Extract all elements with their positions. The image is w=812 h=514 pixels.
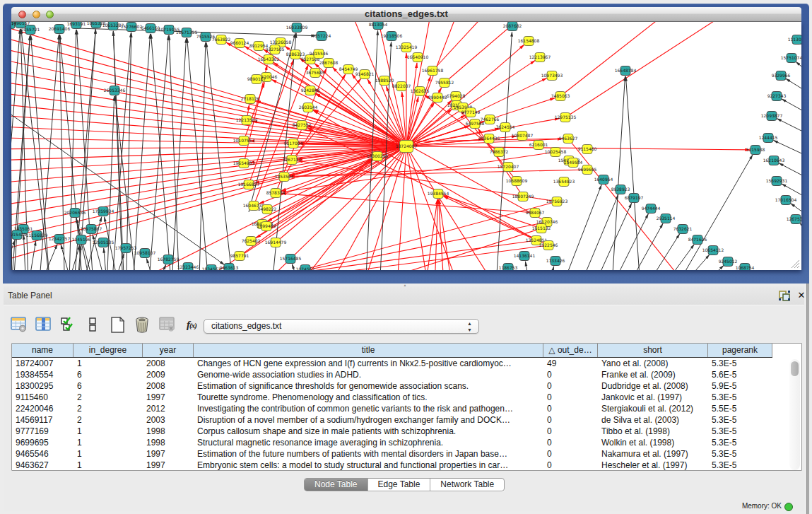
graph-node[interactable]: 10654112: [702, 246, 724, 255]
graph-node[interactable]: 9242848: [301, 86, 320, 95]
graph-node[interactable]: 9245012: [719, 257, 738, 267]
graph-node[interactable]: 9227343: [767, 92, 787, 101]
graph-node[interactable]: 10975867: [81, 225, 102, 234]
graph-node[interactable]: 6216001: [529, 141, 548, 150]
show-column-icon[interactable]: [35, 316, 52, 333]
graph-node[interactable]: 1615132: [532, 224, 551, 233]
graph-node[interactable]: 1834567: [202, 265, 221, 271]
graph-node[interactable]: 8938923: [611, 185, 630, 194]
graph-node[interactable]: 15692931: [766, 177, 788, 186]
table-row[interactable]: 946362711997Embryonic stem cells: a mode…: [12, 460, 801, 471]
graph-node[interactable]: 1588520: [375, 76, 394, 86]
graph-node[interactable]: 1640954: [594, 175, 613, 185]
table-row[interactable]: 1456911722003Disruption of a novel membe…: [12, 414, 801, 426]
graph-node[interactable]: 9329966: [772, 71, 791, 81]
table-mode-icon[interactable]: [10, 316, 27, 333]
select-mode-icon[interactable]: [59, 316, 76, 333]
graph-node[interactable]: 2935114: [657, 214, 676, 223]
graph-node[interactable]: 14136141: [514, 252, 536, 261]
network-canvas[interactable]: 4055721149055720557212069140616931911065…: [11, 22, 801, 270]
resize-grip-icon[interactable]: [790, 259, 799, 268]
tab-edge-table[interactable]: Edge Table: [368, 479, 431, 491]
graph-node[interactable]: 8813054: [369, 22, 388, 30]
table-row[interactable]: 2242004622012Investigating the contribut…: [12, 403, 801, 414]
graph-node[interactable]: 9115460: [578, 145, 597, 154]
graph-node[interactable]: 16782759: [158, 255, 180, 264]
graph-node[interactable]: 1353504: [275, 173, 294, 182]
graph-node[interactable]: 7986372: [490, 148, 509, 157]
delete-column-icon[interactable]: [134, 316, 151, 333]
graph-node[interactable]: 8990448: [428, 93, 447, 103]
graph-node[interactable]: 1145196: [72, 235, 91, 245]
column-header-title[interactable]: title: [194, 344, 543, 357]
graph-node[interactable]: 6879197: [625, 194, 644, 203]
graph-node[interactable]: 7485063: [551, 92, 570, 101]
table-row[interactable]: 1830029562008Estimation of significance …: [12, 380, 801, 392]
graph-node[interactable]: 19218506: [381, 32, 403, 41]
graph-node[interactable]: 1186753: [499, 264, 518, 271]
table-row[interactable]: 1938455462009Genome-wide association stu…: [12, 369, 801, 380]
column-header-short[interactable]: short: [598, 344, 708, 357]
tab-node-table[interactable]: Node Table: [305, 479, 368, 491]
graph-node[interactable]: 15751074: [781, 54, 801, 63]
tab-network-table[interactable]: Network Table: [430, 479, 504, 491]
graph-node[interactable]: 7632621: [673, 225, 693, 234]
graph-node[interactable]: 1733426: [546, 257, 565, 266]
graph-node[interactable]: 16033809: [286, 23, 308, 33]
graph-node[interactable]: 20206536: [64, 209, 86, 218]
graph-node[interactable]: 15720407: [498, 163, 519, 172]
graph-node[interactable]: 2055721: [21, 25, 40, 35]
window-titlebar[interactable]: citations_edges.txt: [11, 7, 801, 22]
graph-node[interactable]: 26053346: [104, 86, 126, 95]
graph-node[interactable]: 2603144: [299, 103, 318, 112]
graph-node[interactable]: 1074562: [296, 265, 315, 271]
table-row[interactable]: 1872400712008Changes of HCN gene express…: [12, 358, 801, 369]
graph-node[interactable]: 16154808: [518, 37, 540, 46]
graph-node[interactable]: 9463627: [559, 134, 578, 144]
graph-node[interactable]: 6466160: [141, 24, 160, 33]
graph-node[interactable]: 12093877: [761, 112, 783, 121]
graph-node[interactable]: 12323446: [177, 263, 199, 271]
graph-node[interactable]: 2087682: [503, 22, 522, 31]
function-builder-icon[interactable]: f(x): [183, 316, 200, 333]
graph-node[interactable]: 2522546: [539, 241, 558, 250]
graph-node[interactable]: 19166827: [238, 180, 260, 189]
graph-node[interactable]: 10973493: [541, 71, 563, 81]
new-column-icon[interactable]: [109, 316, 126, 333]
graph-node[interactable]: 13654923: [553, 177, 575, 187]
graph-node[interactable]: 10107553: [233, 136, 255, 146]
graph-node[interactable]: 17016504: [775, 196, 797, 205]
graph-node[interactable]: 9857791: [230, 252, 249, 261]
float-panel-icon[interactable]: [779, 290, 791, 301]
graph-node[interactable]: 12213967: [529, 53, 551, 62]
graph-node[interactable]: 7955812: [435, 78, 454, 88]
graph-node[interactable]: 10958107: [134, 249, 156, 258]
graph-node[interactable]: 3915429: [11, 230, 27, 240]
graph-node[interactable]: 9463613: [220, 264, 239, 271]
row-mode-icon[interactable]: [84, 316, 101, 333]
column-header-indegree[interactable]: in_degree: [73, 344, 143, 357]
graph-node[interactable]: 8471626: [688, 235, 707, 245]
table-row[interactable]: 969969511998Structural magnetic resonanc…: [12, 437, 801, 448]
graph-node[interactable]: 18807249: [512, 192, 534, 201]
graph-node[interactable]: 7357224: [312, 32, 331, 41]
column-header-outde[interactable]: △ out_de…: [543, 344, 598, 357]
graph-node[interactable]: 9146821: [355, 70, 375, 79]
graph-node[interactable]: 10025458: [545, 148, 567, 157]
graph-node[interactable]: 19756923: [546, 197, 568, 206]
scrollbar-thumb[interactable]: [791, 361, 799, 376]
graph-node[interactable]: 10688609: [506, 177, 528, 186]
graph-node[interactable]: 16671355: [176, 28, 198, 37]
graph-node[interactable]: 2867608: [319, 59, 339, 68]
table-row[interactable]: 977716911998Corpus callosum shape and si…: [12, 426, 801, 437]
app-right-scrollbar[interactable]: [806, 284, 809, 514]
graph-node[interactable]: 15716485: [280, 255, 302, 264]
graph-node[interactable]: 13325419: [396, 43, 418, 52]
column-header-pagerank[interactable]: pagerank: [708, 344, 772, 357]
graph-node[interactable]: 16914479: [265, 238, 287, 247]
graph-node[interactable]: 7663822: [212, 35, 231, 45]
table-row[interactable]: 946554611997Estimation of the future num…: [12, 448, 801, 460]
graph-node[interactable]: 5215938: [746, 146, 765, 155]
column-header-name[interactable]: name: [12, 344, 73, 357]
graph-node[interactable]: 1068754: [736, 264, 755, 271]
